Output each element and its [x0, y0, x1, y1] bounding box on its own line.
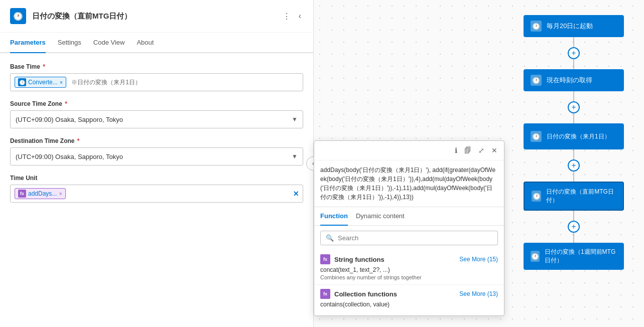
popup-dialog: ℹ 🗐 ⤢ ✕ addDays(body('日付の変換（来月1日）'), add… [314, 140, 504, 316]
base-time-input[interactable]: 🕐 Converte... × ※日付の変換（来月1日） [10, 73, 303, 91]
more-options-button[interactable]: ⋮ [281, 10, 293, 23]
dest-timezone-dropdown[interactable]: (UTC+09:00) Osaka, Sapporo, Tokyo ▼ [10, 147, 303, 166]
tab-about[interactable]: About [137, 33, 154, 53]
time-unit-group: Time Unit fx addDays... × × [10, 175, 303, 203]
connector-line-2 [573, 91, 574, 101]
time-unit-label: Time Unit [10, 175, 303, 182]
string-functions-icon: fx [320, 254, 330, 264]
tab-codeview[interactable]: Code View [93, 33, 125, 53]
node-icon-1: 🕐 [531, 21, 542, 32]
connector-line-4b [573, 233, 574, 243]
dest-timezone-label: Destination Time Zone * [10, 137, 303, 144]
connector-4: + [568, 211, 580, 243]
tab-settings[interactable]: Settings [58, 33, 81, 53]
popup-header: ℹ 🗐 ⤢ ✕ [314, 141, 504, 160]
collection-functions-see-more[interactable]: See More (13) [459, 290, 498, 297]
string-functions-group: fx String functions See More (15) concat… [314, 250, 504, 284]
collection-functions-name: Collection functions [334, 290, 397, 298]
source-timezone-group: Source Time Zone * (UTC+09:00) Osaka, Sa… [10, 100, 303, 128]
panel-tabs: Parameters Settings Code View About [0, 33, 313, 53]
source-timezone-dropdown[interactable]: (UTC+09:00) Osaka, Sapporo, Tokyo ▼ [10, 110, 303, 128]
search-icon: 🔍 [326, 234, 334, 242]
connector-line-1 [573, 37, 574, 47]
clock-icon: 🕐 [18, 78, 26, 86]
tab-parameters[interactable]: Parameters [10, 33, 46, 53]
node-label-1: 毎月20日に起動 [547, 22, 593, 31]
connector-plus-3[interactable]: + [568, 159, 580, 172]
source-timezone-label: Source Time Zone * [10, 100, 303, 107]
workflow-node-2[interactable]: 🕐 現在時刻の取得 [524, 69, 624, 91]
left-panel: 🕐 日付の変換（直前MTG日付） ⋮ ‹ Parameters Settings… [0, 0, 314, 327]
popup-body: fx String functions See More (15) concat… [314, 250, 504, 315]
connector-line-4 [573, 211, 574, 221]
workflow-node-4[interactable]: 🕐 日付の変換（直前MTG日付） [524, 182, 624, 211]
source-timezone-value: (UTC+09:00) Osaka, Sapporo, Tokyo [16, 116, 123, 123]
workflow-node-1[interactable]: 🕐 毎月20日に起動 [524, 15, 624, 37]
popup-copy-button[interactable]: 🗐 [463, 145, 473, 156]
connector-line-1b [573, 59, 574, 69]
collection-functions-desc: contains(collection, value) [320, 301, 498, 308]
fx-tag-label: addDays... [28, 190, 57, 197]
workflow-node-3[interactable]: 🕐 日付の変換（来月1日） [524, 123, 624, 149]
collection-functions-group: fx Collection functions See More (13) co… [314, 284, 504, 313]
node-icon-2: 🕐 [531, 75, 542, 86]
connector-plus-4[interactable]: + [568, 221, 580, 233]
node-label-5: 日付の変換（1週間前MTG日付） [545, 248, 617, 265]
popup-code-area[interactable]: addDays(body('日付の変換（来月1日）'), add(if(grea… [314, 160, 504, 207]
node-label-2: 現在時刻の取得 [547, 76, 592, 85]
collapse-panel-button[interactable]: ‹ [297, 10, 303, 23]
right-area: ℹ 🗐 ⤢ ✕ addDays(body('日付の変換（来月1日）'), add… [314, 0, 644, 327]
base-time-tag: 🕐 Converte... × [15, 77, 66, 88]
fx-tag-close-button[interactable]: × [59, 191, 62, 197]
node-icon-5: 🕐 [531, 251, 540, 262]
string-functions-header: fx String functions See More (15) [320, 254, 498, 264]
panel-icon: 🕐 [10, 8, 26, 24]
connector-2: + [568, 91, 580, 123]
fx-icon: fx [18, 190, 26, 198]
node-label-3: 日付の変換（来月1日） [547, 132, 610, 141]
string-functions-desc: concat(text_1, text_2?, ...) [320, 266, 498, 273]
workflow-node-5[interactable]: 🕐 日付の変換（1週間前MTG日付） [524, 243, 624, 270]
collection-functions-title-wrap: fx Collection functions [320, 289, 397, 299]
tag-close-button[interactable]: × [60, 79, 63, 85]
string-functions-see-more[interactable]: See More (15) [459, 256, 498, 263]
fx-tag: fx addDays... × [15, 188, 66, 199]
clear-button[interactable]: × [293, 189, 299, 199]
popup-tabs: Function Dynamic content [314, 207, 504, 226]
connector-3: + [568, 149, 580, 182]
connector-plus-1[interactable]: + [568, 47, 580, 59]
string-functions-name: String functions [334, 256, 384, 263]
connector-line-3b [573, 172, 574, 182]
hint-text: ※日付の変換（来月1日） [71, 78, 141, 87]
popup-tab-dynamic[interactable]: Dynamic content [356, 207, 405, 226]
base-time-group: Base Time * 🕐 Converte... × ※日付の変換（来月1日） [10, 63, 303, 91]
collection-functions-icon: fx [320, 289, 330, 299]
connector-plus-2[interactable]: + [568, 101, 580, 113]
dest-timezone-value: (UTC+09:00) Osaka, Sapporo, Tokyo [16, 153, 123, 160]
connector-line-2b [573, 113, 574, 123]
time-unit-input[interactable]: fx addDays... × × [10, 185, 303, 203]
source-timezone-chevron: ▼ [292, 116, 298, 123]
string-functions-title-wrap: fx String functions [320, 254, 384, 264]
popup-expand-button[interactable]: ⤢ [477, 145, 486, 156]
workflow-panel: 🕐 毎月20日に起動 + 🕐 現在時刻の取得 + 🕐 日付の変換（来月1日） + [503, 0, 644, 327]
connector-line-3 [573, 149, 574, 159]
node-icon-4: 🕐 [532, 191, 541, 202]
connector-1: + [568, 37, 580, 69]
form-body: Base Time * 🕐 Converte... × ※日付の変換（来月1日）… [0, 53, 313, 327]
popup-code-text: addDays(body('日付の変換（来月1日）'), add(if(grea… [320, 167, 495, 201]
panel-header: 🕐 日付の変換（直前MTG日付） ⋮ ‹ [0, 0, 313, 33]
dest-timezone-group: Destination Time Zone * (UTC+09:00) Osak… [10, 137, 303, 166]
collection-functions-header: fx Collection functions See More (13) [320, 289, 498, 299]
popup-close-button[interactable]: ✕ [490, 145, 499, 156]
tag-label: Converte... [28, 79, 58, 86]
panel-title: 日付の変換（直前MTG日付） [32, 12, 275, 21]
node-label-4: 日付の変換（直前MTG日付） [546, 188, 616, 205]
popup-info-button[interactable]: ℹ [453, 145, 459, 156]
search-input[interactable] [338, 234, 492, 242]
string-functions-sub: Combines any number of strings together [320, 274, 498, 280]
panel-header-actions: ⋮ ‹ [281, 10, 303, 23]
dest-timezone-chevron: ▼ [292, 153, 298, 160]
popup-search-bar[interactable]: 🔍 [320, 231, 498, 245]
popup-tab-function[interactable]: Function [320, 207, 348, 226]
